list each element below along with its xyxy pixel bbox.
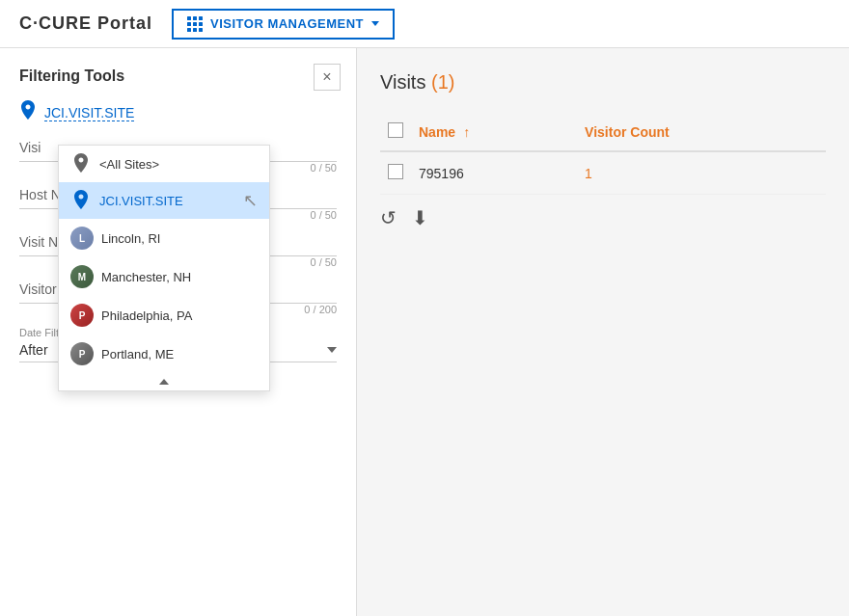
lincoln-label: Lincoln, RI bbox=[101, 231, 160, 246]
th-name-label: Name bbox=[419, 124, 455, 140]
header: C·CURE Portal VISITOR MANAGEMENT bbox=[0, 0, 849, 48]
th-visitor-count-label: Visitor Count bbox=[585, 124, 670, 140]
refresh-icon[interactable]: ↺ bbox=[380, 206, 397, 229]
jci-pin-icon bbox=[70, 190, 92, 211]
jci-label: JCI.VISIT.SITE bbox=[99, 194, 183, 208]
grid-icon bbox=[187, 16, 203, 32]
date-filter-value: After bbox=[19, 342, 48, 358]
visits-table: Name ↑ Visitor Count 795196 bbox=[380, 113, 826, 195]
row-visitor-count: 1 bbox=[585, 166, 592, 181]
row-name: 795196 bbox=[419, 166, 464, 181]
manchester-label: Manchester, NH bbox=[101, 270, 191, 284]
table-actions: ↺ ⬇ bbox=[380, 206, 826, 229]
all-sites-pin-icon bbox=[70, 153, 92, 174]
sort-icon[interactable]: ↑ bbox=[463, 124, 470, 140]
table-row: 795196 1 bbox=[380, 151, 826, 195]
location-row: JCI.VISIT.SITE bbox=[19, 100, 337, 126]
right-panel: Visits (1) Name ↑ Visitor Count bbox=[357, 48, 849, 616]
th-visitor-count: Visitor Count bbox=[577, 113, 826, 151]
panel-title: Filtering Tools bbox=[19, 67, 337, 85]
th-name: Name ↑ bbox=[411, 113, 577, 151]
row-count-cell: 1 bbox=[577, 151, 826, 195]
philadelphia-avatar: P bbox=[70, 304, 94, 327]
dropdown-item-philadelphia[interactable]: P Philadelphia, PA bbox=[59, 296, 269, 335]
main-content: Filtering Tools × JCI.VISIT.SITE 0 / 50 … bbox=[0, 48, 849, 616]
dropdown-item-all-sites[interactable]: <All Sites> bbox=[59, 146, 269, 182]
row-checkbox[interactable] bbox=[388, 164, 403, 179]
philadelphia-label: Philadelphia, PA bbox=[101, 308, 192, 323]
visitor-management-button[interactable]: VISITOR MANAGEMENT bbox=[172, 9, 395, 40]
dropdown-item-jci[interactable]: JCI.VISIT.SITE ↖ bbox=[59, 182, 269, 219]
all-sites-label: <All Sites> bbox=[99, 157, 159, 172]
dropdown-chevron-up-icon[interactable] bbox=[159, 379, 169, 385]
row-checkbox-cell bbox=[380, 151, 411, 195]
date-filter-chevron-icon[interactable] bbox=[327, 347, 337, 353]
manchester-avatar: M bbox=[70, 265, 94, 288]
th-checkbox bbox=[380, 113, 411, 151]
visits-count: (1) bbox=[431, 71, 454, 93]
left-panel: Filtering Tools × JCI.VISIT.SITE 0 / 50 … bbox=[0, 48, 357, 616]
chevron-down-icon bbox=[371, 21, 379, 26]
portland-avatar: P bbox=[70, 342, 94, 365]
cursor-indicator: ↖ bbox=[243, 190, 258, 211]
visits-title: Visits (1) bbox=[380, 71, 826, 94]
location-pin-icon bbox=[19, 100, 37, 126]
dropdown-item-lincoln[interactable]: L Lincoln, RI bbox=[59, 219, 269, 257]
lincoln-avatar: L bbox=[70, 227, 94, 250]
dropdown-item-manchester[interactable]: M Manchester, NH bbox=[59, 257, 269, 296]
app-logo: C·CURE Portal bbox=[19, 13, 152, 34]
download-icon[interactable]: ⬇ bbox=[412, 206, 428, 229]
portland-label: Portland, ME bbox=[101, 347, 174, 362]
dropdown-scroll-area: JCI.VISIT.SITE ↖ L Lincoln, RI M Manches… bbox=[59, 182, 269, 373]
dropdown-item-portland[interactable]: P Portland, ME bbox=[59, 335, 269, 373]
site-dropdown: <All Sites> JCI.VISIT.SITE ↖ L Lincoln bbox=[58, 145, 270, 391]
select-all-checkbox[interactable] bbox=[388, 122, 403, 138]
row-name-cell: 795196 bbox=[411, 151, 577, 195]
visitor-management-label: VISITOR MANAGEMENT bbox=[210, 16, 364, 31]
location-selector[interactable]: JCI.VISIT.SITE bbox=[44, 105, 134, 121]
close-button[interactable]: × bbox=[314, 64, 341, 91]
dropdown-collapse-area[interactable] bbox=[59, 373, 269, 390]
table-header-row: Name ↑ Visitor Count bbox=[380, 113, 826, 151]
